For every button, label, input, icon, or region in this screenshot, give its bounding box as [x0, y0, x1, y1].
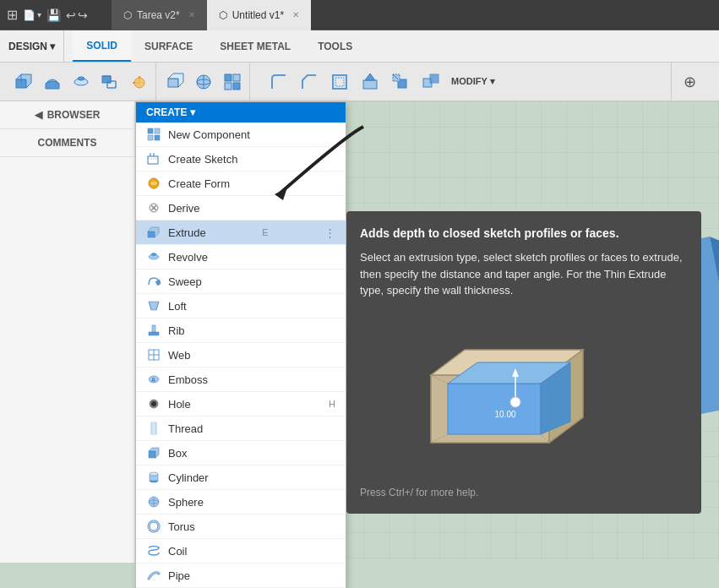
undo-btn[interactable]: ↩ [66, 8, 76, 22]
menu-item-revolve[interactable]: Revolve [136, 245, 346, 270]
shell-icon[interactable] [326, 68, 353, 95]
title-tabs: ⬡ Tarea v2* ✕ ⬡ Untitled v1* ✕ [112, 0, 311, 30]
design-button[interactable]: DESIGN ▾ [0, 30, 64, 62]
menu-item-extrude[interactable]: Extrude E ⋮ [136, 220, 346, 245]
chamfer-icon[interactable] [296, 68, 323, 95]
tab-surface[interactable]: SURFACE [131, 30, 206, 62]
menu-item-new-component[interactable]: New Component [136, 122, 346, 147]
menu-item-coil[interactable]: Coil [136, 539, 346, 564]
tab-tools[interactable]: TOOLS [304, 30, 366, 62]
combine-icon[interactable] [417, 68, 444, 95]
sweep-icon [146, 274, 161, 289]
svg-rect-63 [149, 451, 155, 458]
svg-marker-81 [448, 384, 541, 434]
extrude-more-icon[interactable]: ⋮ [324, 226, 335, 239]
svg-rect-29 [148, 128, 153, 133]
shell-toolbar-icon[interactable] [39, 68, 66, 95]
menu-item-box[interactable]: Box [136, 441, 346, 466]
svg-rect-18 [363, 80, 377, 89]
modify-label[interactable]: MODIFY ▾ [451, 76, 495, 87]
menu-item-thread[interactable]: Thread [136, 416, 346, 441]
derive-label: Derive [168, 202, 200, 215]
menu-item-derive[interactable]: Derive [136, 196, 346, 220]
save-btn[interactable]: 💾 [46, 8, 61, 22]
modify-section-label: MODIFY ▾ [259, 63, 502, 101]
title-tab-untitled[interactable]: ⬡ Untitled v1* ✕ [207, 0, 311, 30]
create-header-label: CREATE ▾ [146, 106, 195, 118]
menu-item-loft[interactable]: Loft [136, 294, 346, 318]
svg-marker-19 [365, 74, 375, 80]
draft-icon[interactable] [357, 68, 384, 95]
mesh-toolbar-icon[interactable] [190, 68, 217, 95]
menu-item-sphere[interactable]: Sphere [136, 490, 346, 514]
svg-marker-44 [149, 302, 159, 310]
emboss-icon: A [146, 372, 161, 387]
torus-icon [146, 519, 161, 534]
svg-rect-33 [148, 156, 158, 164]
top-toolbar: DESIGN ▾ SOLID SURFACE SHEET METAL TOOLS [0, 30, 719, 63]
scale-icon[interactable] [387, 68, 414, 95]
menu-item-emboss[interactable]: A Emboss [136, 368, 346, 392]
tooltip-title: Adds depth to closed sketch profiles or … [360, 225, 688, 242]
coil-label: Coil [168, 545, 187, 558]
revolve-icon [146, 249, 161, 264]
web-icon [146, 347, 161, 362]
revolve-toolbar-icon[interactable] [68, 68, 95, 95]
menu-item-create-form[interactable]: Create Form [136, 172, 346, 196]
menu-item-create-sketch[interactable]: Create Sketch [136, 147, 346, 172]
svg-rect-13 [233, 74, 240, 81]
app-grid-icon[interactable]: ⊞ [7, 7, 18, 23]
extrude-label: Extrude [168, 226, 206, 239]
svg-point-7 [134, 78, 144, 88]
menu-item-web[interactable]: Web [136, 343, 346, 368]
menu-item-sweep[interactable]: Sweep [136, 270, 346, 294]
tab1-close-icon[interactable]: ✕ [188, 10, 195, 19]
title-tab-tarea[interactable]: ⬡ Tarea v2* ✕ [112, 0, 207, 30]
insert-toolbar-icon[interactable] [161, 68, 188, 95]
sidebar: ◀ BROWSER COMMENTS [0, 101, 135, 563]
svg-rect-24 [430, 74, 438, 83]
tooltip-description: Select an extrusion type, select sketch … [360, 249, 688, 299]
new-component2-icon[interactable] [219, 68, 246, 95]
tab-solid[interactable]: SOLID [73, 30, 131, 62]
box-label: Box [168, 447, 187, 460]
menu-item-torus[interactable]: Torus [136, 514, 346, 539]
tab2-close-icon[interactable]: ✕ [292, 10, 299, 19]
combine-toolbar-icon[interactable] [125, 68, 152, 95]
menu-item-pipe[interactable]: Pipe [136, 564, 346, 588]
sphere-icon [146, 494, 161, 509]
svg-rect-12 [225, 74, 231, 81]
svg-rect-39 [148, 231, 155, 237]
menu-item-cylinder[interactable]: Cylinder [136, 466, 346, 490]
svg-point-4 [78, 77, 84, 80]
hole-icon [146, 396, 161, 411]
svg-rect-15 [233, 83, 240, 90]
web-label: Web [168, 349, 191, 362]
svg-point-72 [149, 521, 159, 531]
svg-rect-43 [155, 280, 161, 286]
hole-label: Hole [168, 398, 191, 411]
svg-rect-31 [148, 135, 153, 140]
menu-item-hole[interactable]: Hole H [136, 392, 346, 416]
svg-rect-32 [155, 135, 160, 140]
move-icon[interactable]: ⊕ [678, 68, 705, 95]
cylinder-icon [146, 470, 161, 485]
tab-sheet-metal[interactable]: SHEET METAL [206, 30, 304, 62]
svg-rect-48 [152, 325, 155, 332]
file-menu-btn[interactable]: 📄▾ [23, 9, 41, 21]
create-form-icon [146, 176, 161, 191]
sidebar-browser[interactable]: ◀ BROWSER [0, 101, 134, 129]
torus-label: Torus [168, 520, 195, 533]
fillet-icon[interactable] [265, 68, 292, 95]
extrude-toolbar-icon[interactable] [10, 68, 37, 95]
extrude-shortcut: E [262, 227, 268, 237]
sidebar-comments[interactable]: COMMENTS [0, 129, 134, 157]
svg-point-55 [151, 401, 156, 406]
redo-btn[interactable]: ↪ [78, 8, 88, 22]
title-bar: ⊞ 📄▾ 💾 ↩ ↪ ⬡ Tarea v2* ✕ ⬡ Untitled v1* … [0, 0, 719, 30]
create-menu-header[interactable]: CREATE ▾ [136, 102, 346, 122]
cut-toolbar-icon[interactable] [96, 68, 123, 95]
svg-rect-47 [149, 332, 159, 335]
sphere-label: Sphere [168, 496, 204, 509]
menu-item-rib[interactable]: Rib [136, 318, 346, 343]
